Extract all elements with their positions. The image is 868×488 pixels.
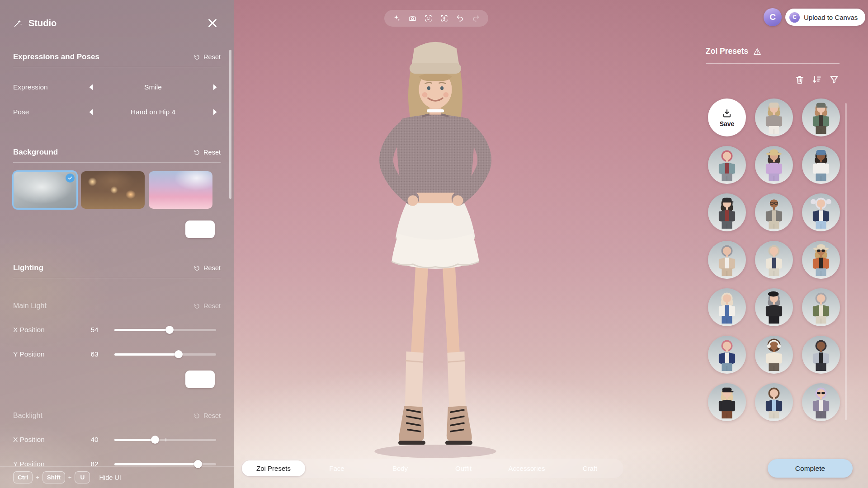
complete-button[interactable]: Complete — [768, 459, 853, 478]
preset-sparkle-jacket[interactable] — [802, 336, 840, 374]
close-panel-button[interactable] — [206, 16, 219, 30]
preset-lilac-dress[interactable] — [755, 146, 793, 184]
key-separator: + — [36, 474, 39, 481]
presets-scrollbar[interactable] — [845, 103, 847, 420]
background-thumbnail-pink-sky[interactable] — [149, 171, 212, 209]
expressions-reset-button[interactable]: Reset — [193, 53, 221, 61]
divider — [13, 162, 221, 163]
preset-grid: Save — [708, 99, 839, 421]
preset-windbreaker[interactable] — [802, 383, 840, 421]
redo-button[interactable] — [468, 10, 484, 27]
reset-label: Reset — [203, 149, 221, 156]
light-color-swatch[interactable] — [185, 371, 215, 388]
keycap-shift: Shift — [42, 471, 65, 483]
preset-leather-pants[interactable] — [708, 383, 746, 421]
slider-row-x-position: X Position54 — [0, 325, 234, 334]
slider-knob[interactable] — [165, 326, 174, 334]
body-capture-button[interactable] — [436, 10, 452, 27]
studio-panel-scrollbar[interactable] — [229, 50, 231, 199]
presets-header: Zoi Presets — [706, 47, 840, 56]
right-arrow-icon — [209, 82, 221, 92]
save-label: Save — [720, 120, 735, 127]
canvas-logo-icon: C — [789, 12, 800, 23]
keycap-ctrl: Ctrl — [13, 471, 33, 483]
preset-color-block[interactable] — [708, 146, 746, 184]
presets-title: Zoi Presets — [706, 47, 748, 56]
preset-military-jacket[interactable] — [802, 288, 840, 326]
preset-cream-cardigan[interactable] — [755, 241, 793, 279]
pose-select-rows: ExpressionSmilePoseHand on Hip 4 — [0, 82, 234, 117]
bottom-tab-bar: Zoi PresetsFaceBodyOutfitAccessoriesCraf… — [240, 459, 623, 478]
next-expression-button[interactable] — [209, 82, 221, 92]
presets-tools — [706, 74, 840, 85]
prev-expression-button[interactable] — [85, 82, 97, 92]
slider-row-x-position: X Position40 — [0, 435, 234, 444]
tab-body[interactable]: Body — [368, 460, 432, 476]
slider-label: Y Position — [13, 350, 82, 358]
reset-icon — [193, 149, 200, 156]
camera-button[interactable] — [405, 10, 420, 27]
preset-green-jacket[interactable] — [802, 99, 840, 136]
next-pose-button[interactable] — [209, 107, 221, 117]
background-thumbnail-cozy-room[interactable] — [81, 171, 145, 209]
body-capture-icon — [440, 14, 448, 23]
prev-pose-button[interactable] — [85, 107, 97, 117]
close-icon — [206, 16, 219, 30]
light-group-reset-button[interactable]: Reset — [193, 302, 221, 310]
slider-label: X Position — [13, 436, 82, 444]
app-logo-icon[interactable]: C — [764, 8, 782, 26]
slider-tick — [165, 438, 166, 441]
preset-bomber[interactable] — [755, 193, 793, 231]
upload-to-canvas-button[interactable]: C Upload to Canvas — [785, 9, 865, 26]
preset-orange-shirt[interactable] — [802, 241, 840, 279]
sparkles-button[interactable] — [389, 10, 405, 27]
preset-white-tee[interactable] — [802, 146, 840, 184]
slider-knob[interactable] — [151, 436, 159, 444]
light-group-backlight: BacklightResetX Position40Y Position82 — [0, 412, 234, 469]
preset-dark-vest[interactable] — [708, 193, 746, 231]
select-label: Expression — [13, 83, 85, 91]
undo-button[interactable] — [452, 10, 468, 27]
tab-face[interactable]: Face — [305, 460, 368, 476]
reset-icon — [193, 413, 200, 419]
preset-black-coat[interactable] — [755, 288, 793, 326]
slider[interactable] — [114, 350, 216, 359]
tab-outfit[interactable]: Outfit — [432, 460, 495, 476]
tab-zoi-presets[interactable]: Zoi Presets — [242, 460, 305, 476]
key-separator: + — [68, 474, 72, 481]
slider-value: 54 — [82, 326, 107, 334]
slider-knob[interactable] — [175, 350, 183, 358]
filter-icon — [829, 74, 840, 85]
undo-icon — [456, 14, 464, 23]
sort-button[interactable] — [811, 74, 822, 85]
preset-beige-dress[interactable] — [708, 241, 746, 279]
divider — [706, 63, 840, 64]
tab-craft[interactable]: Craft — [558, 460, 622, 476]
trash-button[interactable] — [794, 74, 805, 85]
warning-icon — [753, 47, 762, 56]
background-color-swatch[interactable] — [185, 221, 215, 238]
right-arrow-icon — [209, 107, 221, 117]
background-thumbnail-studio-backdrop[interactable] — [13, 171, 77, 209]
reset-icon — [193, 54, 200, 61]
slider[interactable] — [114, 435, 216, 444]
background-reset-button[interactable]: Reset — [193, 149, 221, 156]
redo-icon — [472, 14, 480, 23]
preset-white-jacket[interactable] — [708, 288, 746, 326]
face-capture-button[interactable] — [420, 10, 436, 27]
save-preset-button[interactable]: Save — [708, 99, 746, 136]
select-value: Smile — [97, 83, 209, 91]
light-group-reset-button[interactable]: Reset — [193, 412, 221, 419]
select-row-pose: PoseHand on Hip 4 — [0, 107, 234, 117]
lighting-reset-button[interactable]: Reset — [193, 264, 221, 272]
preset-headphones[interactable] — [755, 336, 793, 374]
preset-navy-blazer[interactable] — [755, 383, 793, 421]
slider-value: 63 — [82, 350, 107, 358]
light-group-main-light: Main LightResetX Position54Y Position63 — [0, 302, 234, 388]
tab-accessories[interactable]: Accessories — [495, 460, 558, 476]
filter-button[interactable] — [829, 74, 840, 85]
preset-gray-knit[interactable] — [755, 99, 793, 136]
preset-varsity[interactable] — [708, 336, 746, 374]
slider[interactable] — [114, 325, 216, 334]
preset-navy-crop[interactable] — [802, 193, 840, 231]
